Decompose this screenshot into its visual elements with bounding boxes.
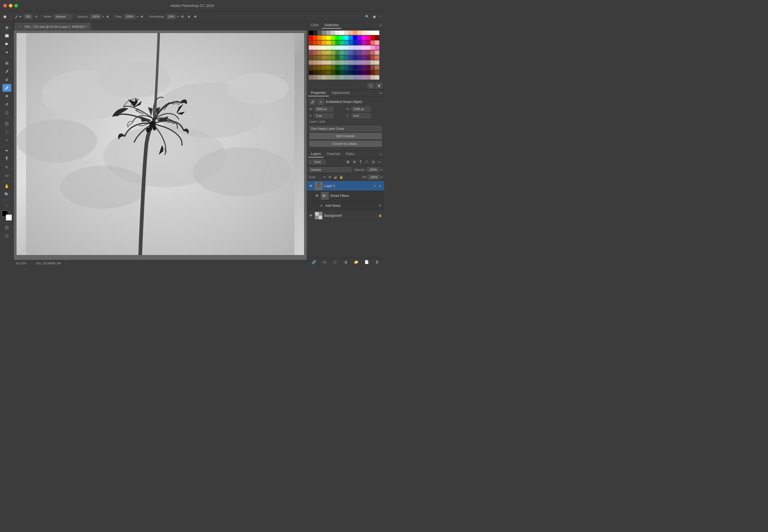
gradient-tool[interactable]: ◫ [2, 120, 11, 127]
swatch[interactable] [357, 75, 362, 80]
lock-pixels-btn[interactable]: ⬞ [318, 175, 321, 179]
brush-tool[interactable] [2, 84, 11, 92]
swatch[interactable] [326, 55, 331, 60]
swatch[interactable] [318, 45, 322, 50]
tab-close-btn[interactable]: × [18, 25, 22, 29]
swatch[interactable] [375, 75, 379, 80]
swatch[interactable] [375, 40, 379, 45]
swatch[interactable] [340, 31, 344, 35]
swatch[interactable] [335, 55, 340, 60]
swatch[interactable] [353, 55, 357, 60]
swatch[interactable] [331, 55, 335, 60]
background-visibility-btn[interactable]: 👁 [309, 213, 313, 218]
swatch[interactable] [344, 60, 348, 65]
swatch[interactable] [366, 40, 371, 45]
swatch[interactable] [371, 65, 375, 70]
layer1-expand-btn[interactable]: ▲ [378, 184, 382, 188]
swatch[interactable] [371, 75, 375, 80]
swatch[interactable] [357, 55, 362, 60]
select-rect-tool[interactable] [2, 32, 11, 40]
dodge-tool[interactable]: ○ [2, 136, 11, 144]
swatch[interactable] [362, 55, 366, 60]
swatch[interactable] [335, 31, 340, 35]
canvas-area[interactable]: 61.53% | Doc: 39.5M/86.1M › [14, 30, 307, 266]
swatch[interactable] [362, 36, 366, 40]
tab-properties[interactable]: Properties [308, 90, 329, 96]
swatch[interactable] [335, 45, 340, 50]
swatch[interactable] [309, 55, 313, 60]
swatch[interactable] [318, 55, 322, 60]
swatch[interactable] [335, 70, 340, 75]
new-fill-btn[interactable]: ◑ [342, 259, 349, 265]
zoom-tool[interactable]: 🔍 [2, 191, 11, 198]
swatch[interactable] [353, 31, 357, 35]
swatch[interactable] [322, 65, 326, 70]
swatch[interactable] [344, 31, 348, 35]
swatch[interactable] [322, 70, 326, 75]
path-selection-tool[interactable]: ↖ [2, 163, 11, 171]
swatch[interactable] [353, 50, 357, 55]
swatch[interactable] [348, 55, 353, 60]
swatch[interactable] [326, 31, 331, 35]
swatch[interactable] [309, 60, 313, 65]
swatch[interactable] [371, 50, 375, 55]
swatch[interactable] [340, 70, 344, 75]
swatch[interactable] [331, 70, 335, 75]
swatch[interactable] [357, 31, 362, 35]
shape-tool[interactable]: ▭ [2, 172, 11, 179]
lasso-tool[interactable] [2, 40, 11, 48]
swatch[interactable] [362, 45, 366, 50]
delete-swatch-btn[interactable]: 🗑 [376, 83, 382, 88]
swatch[interactable] [322, 50, 326, 55]
swatch[interactable] [366, 55, 371, 60]
swatch[interactable] [362, 70, 366, 75]
swatch[interactable] [326, 65, 331, 70]
swatch[interactable] [322, 55, 326, 60]
swatch[interactable] [326, 40, 331, 45]
new-layer-btn[interactable]: 📄 [363, 259, 370, 265]
swatch[interactable] [335, 75, 340, 80]
swatch[interactable] [344, 45, 348, 50]
swatch[interactable] [340, 55, 344, 60]
swatch[interactable] [353, 60, 357, 65]
swatch[interactable] [353, 40, 357, 45]
swatch[interactable] [340, 40, 344, 45]
swatch[interactable] [371, 40, 375, 45]
swatch[interactable] [348, 75, 353, 80]
background-color[interactable] [6, 215, 12, 221]
filter-type-btn[interactable]: T [358, 159, 363, 165]
swatch[interactable] [344, 36, 348, 40]
add-mask-btn[interactable]: ◻ [332, 259, 338, 265]
swatch[interactable] [366, 65, 371, 70]
swatch[interactable] [366, 70, 371, 75]
swatch[interactable] [362, 31, 366, 35]
swatch[interactable] [340, 65, 344, 70]
swatch[interactable] [375, 55, 379, 60]
layer-comp-select[interactable]: Don't Apply Layer Comp [309, 126, 382, 131]
swatch[interactable] [362, 40, 366, 45]
smartfilters-visibility-btn[interactable]: 👁 [315, 194, 319, 198]
swatch[interactable] [344, 70, 348, 75]
swatch[interactable] [353, 70, 357, 75]
swatch[interactable] [348, 50, 353, 55]
layer-item-layer1[interactable]: 👁 Layer 1 ⊙ ▲ [307, 181, 384, 191]
view-btn[interactable]: ▣ [372, 14, 377, 19]
swatch[interactable] [375, 50, 379, 55]
lock-move-btn[interactable]: ✥ [328, 175, 332, 180]
swatch[interactable] [362, 60, 366, 65]
pressure-opacity-btn[interactable]: ⊕ [105, 14, 110, 19]
layer-effects-btn[interactable]: ƒx [321, 259, 328, 265]
swatch[interactable] [309, 65, 313, 70]
swatch[interactable] [326, 75, 331, 80]
swatch[interactable] [326, 45, 331, 50]
swatch[interactable] [318, 65, 322, 70]
swatch[interactable] [335, 40, 340, 45]
blur-tool[interactable]: ◌ [2, 128, 11, 135]
smoothing-settings-btn[interactable]: ⚙ [180, 14, 185, 19]
swatch[interactable] [331, 45, 335, 50]
swatch[interactable] [366, 31, 371, 35]
close-button[interactable] [3, 4, 7, 7]
swatch[interactable] [309, 36, 313, 40]
layers-menu-icon[interactable]: ≡ [378, 151, 383, 158]
swatch[interactable] [309, 50, 313, 55]
